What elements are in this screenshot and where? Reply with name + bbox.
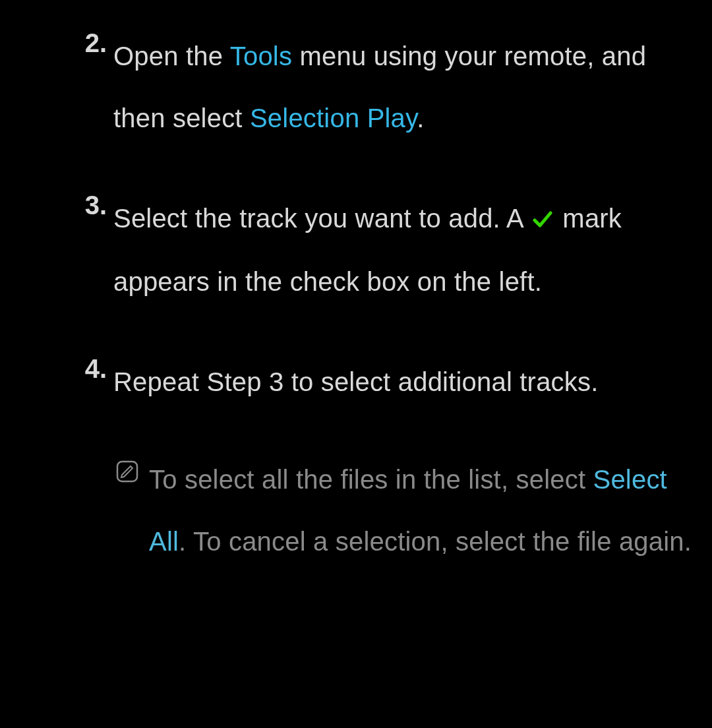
svg-rect-0	[117, 462, 137, 481]
step-body: Repeat Step 3 to select additional track…	[113, 351, 599, 413]
step-body: Select the track you want to add. A mark…	[113, 187, 705, 313]
step-text: Select the track you want to add. A	[113, 204, 530, 233]
checkmark-icon	[533, 189, 552, 251]
note-block: To select all the files in the list, sel…	[116, 448, 705, 572]
tools-highlight: Tools	[230, 42, 292, 71]
step-number: 3.	[79, 187, 113, 223]
step-text: Repeat Step 3 to select additional track…	[113, 367, 599, 396]
step-4: 4. Repeat Step 3 to select additional tr…	[79, 351, 705, 413]
selection-play-highlight: Selection Play	[250, 104, 417, 133]
step-3: 3. Select the track you want to add. A m…	[79, 187, 705, 313]
note-body: To select all the files in the list, sel…	[149, 448, 703, 572]
step-number: 2.	[79, 25, 113, 61]
step-body: Open the Tools menu using your remote, a…	[113, 25, 705, 149]
step-2: 2. Open the Tools menu using your remote…	[79, 25, 705, 149]
note-text: . To cancel a selection, select the file…	[179, 527, 692, 556]
note-text: To select all the files in the list, sel…	[149, 465, 593, 494]
step-text: .	[417, 104, 424, 133]
note-icon	[116, 448, 142, 485]
step-number: 4.	[79, 351, 113, 386]
step-text: Open the	[113, 42, 230, 71]
manual-page: 2. Open the Tools menu using your remote…	[0, 0, 712, 728]
